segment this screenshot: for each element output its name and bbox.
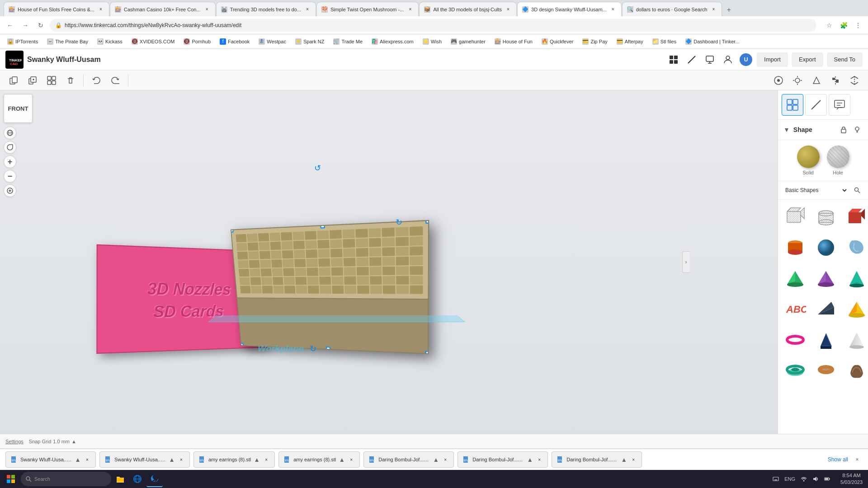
shape-item-organic-blue[interactable] bbox=[842, 233, 868, 262]
tray-battery-icon[interactable] bbox=[822, 475, 832, 483]
tab-close-6[interactable]: × bbox=[609, 6, 617, 13]
forward-button[interactable]: → bbox=[19, 19, 32, 32]
browser-menu-button[interactable]: ⋮ bbox=[852, 19, 864, 32]
download-close-5[interactable]: × bbox=[442, 456, 449, 463]
panel-toggle-button[interactable]: › bbox=[682, 251, 689, 273]
bookmark-stlfiles[interactable]: 📁 Stl files bbox=[649, 36, 680, 47]
shape-item-cylinder-orange[interactable] bbox=[781, 233, 810, 262]
bookmark-afterpay[interactable]: 💳 Afterpay bbox=[613, 36, 647, 47]
download-expand-3[interactable]: ▲ bbox=[254, 456, 260, 463]
bookmark-sparknz[interactable]: ⚡ Spark NZ bbox=[292, 36, 328, 47]
download-expand-4[interactable]: ▲ bbox=[339, 456, 345, 463]
shape-item-box-striped[interactable] bbox=[781, 202, 810, 231]
tab-5[interactable]: 📦 All the 3D models of bsjsj·Cults × bbox=[419, 2, 517, 16]
show-all-button[interactable]: Show all bbox=[828, 456, 848, 463]
download-item-3[interactable]: STL amy earrings (8).stl ▲ × bbox=[193, 451, 275, 468]
bookmark-westpac[interactable]: 🏦 Westpac bbox=[255, 36, 290, 47]
tab-close-1[interactable]: × bbox=[97, 6, 104, 13]
tab-1[interactable]: 🎰 House of Fun Slots Free Coins &... × bbox=[4, 2, 109, 16]
bookmark-kickass[interactable]: 💀 Kickass bbox=[94, 36, 126, 47]
bookmark-pornhub[interactable]: 🔞 Pornhub bbox=[180, 36, 214, 47]
duplicate-tool-button[interactable] bbox=[24, 72, 41, 89]
shape-tool-button[interactable] bbox=[808, 72, 825, 89]
url-bar[interactable]: 🔒 https://www.tinkercad.com/things/eNw8y… bbox=[50, 19, 816, 32]
download-close-2[interactable]: × bbox=[178, 456, 185, 463]
download-expand-7[interactable]: ▲ bbox=[621, 456, 627, 463]
shape-item-cone-white[interactable] bbox=[842, 325, 868, 354]
rotate-button[interactable] bbox=[4, 141, 16, 154]
download-item-6[interactable]: STL Daring Bombul-Jof....stl ▲ × bbox=[458, 451, 548, 468]
tray-keyboard-icon[interactable] bbox=[771, 475, 781, 483]
bookmark-trademe[interactable]: 🛒 Trade Me bbox=[330, 36, 366, 47]
tab-2[interactable]: 🎰 Cashman Casino 10k+ Free Con... × bbox=[110, 2, 216, 16]
download-item-4[interactable]: STL amy earrings (8).stl ▲ × bbox=[278, 451, 360, 468]
light-button[interactable] bbox=[789, 72, 806, 89]
tray-volume-icon[interactable] bbox=[811, 475, 821, 483]
hole-circle[interactable] bbox=[827, 145, 849, 168]
delete-tool-button[interactable] bbox=[62, 72, 79, 89]
shape-item-pyramid-purple[interactable] bbox=[811, 264, 840, 293]
bookmark-piratebay[interactable]: ☠️ The Pirate Bay bbox=[43, 36, 92, 47]
download-expand-1[interactable]: ▲ bbox=[75, 456, 81, 463]
taskbar-file-explorer[interactable] bbox=[112, 471, 128, 487]
shape-item-text-red[interactable]: ABC bbox=[781, 295, 810, 324]
solid-circle[interactable] bbox=[797, 145, 820, 168]
download-item-1[interactable]: STL Swanky Wluff-Uusa....stl ▲ × bbox=[5, 451, 96, 468]
hole-option[interactable]: Hole bbox=[827, 145, 849, 175]
bookmark-gamehunter[interactable]: 🎮 gamehunter bbox=[447, 36, 489, 47]
new-tab-button[interactable]: + bbox=[722, 4, 735, 16]
tab-close-5[interactable]: × bbox=[505, 6, 512, 13]
rotate-handle-bottom[interactable]: ↻ bbox=[307, 343, 318, 354]
tab-close-4[interactable]: × bbox=[406, 6, 414, 13]
redo-button[interactable] bbox=[107, 72, 123, 89]
shape-item-pyramid-yellow[interactable] bbox=[842, 295, 868, 324]
shape-item-shape-brown[interactable] bbox=[842, 356, 868, 385]
download-close-3[interactable]: × bbox=[263, 456, 270, 463]
shape-item-wedge-blue[interactable] bbox=[811, 295, 840, 324]
close-downloads-button[interactable]: × bbox=[852, 454, 863, 465]
shape-item-sphere-teal[interactable] bbox=[811, 233, 840, 262]
selection-handle-tm[interactable] bbox=[320, 224, 325, 229]
community-button[interactable] bbox=[703, 52, 717, 67]
shapes-search-button[interactable] bbox=[852, 185, 863, 196]
view-cube[interactable]: FRONT bbox=[4, 94, 33, 123]
taskbar-edge[interactable] bbox=[146, 471, 163, 487]
selection-handle-tr[interactable] bbox=[425, 220, 429, 224]
settings-link[interactable]: Settings bbox=[5, 439, 24, 444]
tab-close-2[interactable]: × bbox=[203, 6, 211, 13]
tab-4[interactable]: 🍄 Simple Twist Open Mushroom -... × bbox=[316, 2, 419, 16]
extensions-button[interactable]: 🧩 bbox=[837, 19, 850, 32]
fit-view-button[interactable] bbox=[4, 184, 16, 197]
refresh-button[interactable]: ↻ bbox=[34, 19, 47, 32]
selection-handle-tl[interactable] bbox=[231, 228, 234, 232]
bookmark-zippay[interactable]: 💳 Zip Pay bbox=[579, 36, 611, 47]
download-close-1[interactable]: × bbox=[84, 456, 91, 463]
solid-option[interactable]: Solid bbox=[797, 145, 820, 175]
download-expand-5[interactable]: ▲ bbox=[433, 456, 439, 463]
export-button[interactable]: Export bbox=[792, 52, 823, 67]
user-button[interactable] bbox=[721, 52, 735, 67]
shape-item-box-red[interactable] bbox=[842, 202, 868, 231]
taskbar-browser[interactable] bbox=[129, 471, 146, 487]
shape-bulb-button[interactable] bbox=[852, 124, 863, 135]
tray-network-icon[interactable] bbox=[799, 475, 809, 483]
snap-grid-expand-icon[interactable]: ▲ bbox=[71, 439, 76, 444]
shape-item-torus-flat-teal[interactable] bbox=[781, 356, 810, 385]
copy-tool-button[interactable] bbox=[5, 72, 22, 89]
tab-3[interactable]: 🖨️ Trending 3D models free to do... × bbox=[216, 2, 316, 16]
tray-language[interactable]: ENG bbox=[783, 475, 797, 483]
orbit-button[interactable] bbox=[4, 127, 16, 139]
shape-item-torus-brown[interactable] bbox=[811, 356, 840, 385]
bookmark-facebook[interactable]: f Facebook bbox=[216, 36, 253, 47]
canvas[interactable]: FRONT bbox=[0, 90, 778, 434]
bookmark-dashboard[interactable]: 🔷 Dashboard | Tinker... bbox=[682, 36, 743, 47]
tinkercad-logo[interactable]: TINKER CAD bbox=[5, 51, 24, 69]
bookmark-houseoffun[interactable]: 🎰 House of Fun bbox=[491, 36, 536, 47]
view-helper-button[interactable] bbox=[770, 72, 787, 89]
tab-close-7[interactable]: × bbox=[710, 6, 717, 13]
grid-view-icon-button[interactable] bbox=[782, 94, 803, 116]
tab-6[interactable]: 🔷 3D design Swanky Wluff-Uusam... × bbox=[517, 2, 622, 16]
bookmark-quickfever[interactable]: 🔥 Quickfever bbox=[538, 36, 577, 47]
rotate-handle-top[interactable]: ↺ bbox=[312, 163, 323, 174]
align-button[interactable] bbox=[827, 72, 844, 89]
